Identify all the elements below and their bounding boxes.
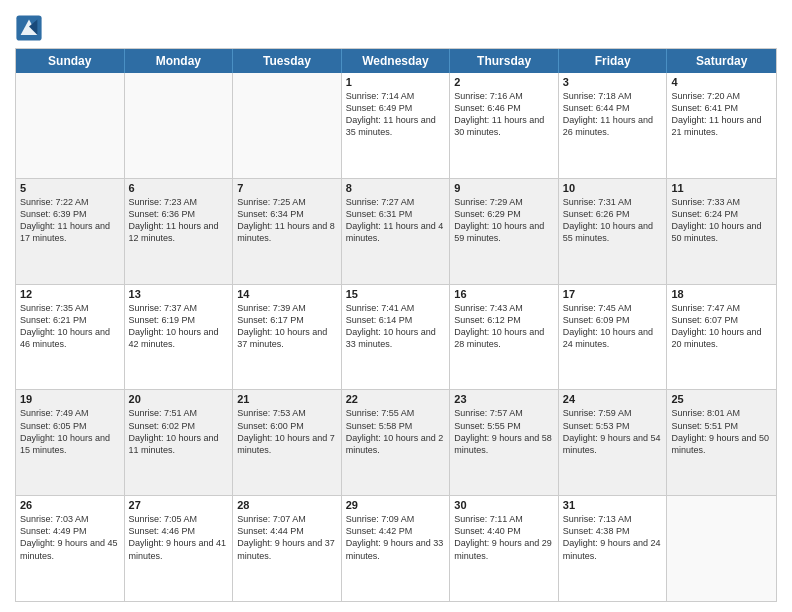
day-info: Sunrise: 7:29 AMSunset: 6:29 PMDaylight:… <box>454 196 554 245</box>
day-number: 30 <box>454 499 554 511</box>
day-number: 11 <box>671 182 772 194</box>
day-cell-11: 11Sunrise: 7:33 AMSunset: 6:24 PMDayligh… <box>667 179 776 284</box>
header-day-tuesday: Tuesday <box>233 49 342 73</box>
day-cell-8: 8Sunrise: 7:27 AMSunset: 6:31 PMDaylight… <box>342 179 451 284</box>
day-number: 18 <box>671 288 772 300</box>
day-number: 5 <box>20 182 120 194</box>
logo <box>15 14 47 42</box>
day-cell-5: 5Sunrise: 7:22 AMSunset: 6:39 PMDaylight… <box>16 179 125 284</box>
day-info: Sunrise: 7:35 AMSunset: 6:21 PMDaylight:… <box>20 302 120 351</box>
day-info: Sunrise: 7:23 AMSunset: 6:36 PMDaylight:… <box>129 196 229 245</box>
day-info: Sunrise: 7:47 AMSunset: 6:07 PMDaylight:… <box>671 302 772 351</box>
empty-cell-0-1 <box>125 73 234 178</box>
day-info: Sunrise: 7:53 AMSunset: 6:00 PMDaylight:… <box>237 407 337 456</box>
empty-cell-0-2 <box>233 73 342 178</box>
day-number: 2 <box>454 76 554 88</box>
day-number: 14 <box>237 288 337 300</box>
day-info: Sunrise: 7:59 AMSunset: 5:53 PMDaylight:… <box>563 407 663 456</box>
day-number: 27 <box>129 499 229 511</box>
day-cell-18: 18Sunrise: 7:47 AMSunset: 6:07 PMDayligh… <box>667 285 776 390</box>
day-info: Sunrise: 7:25 AMSunset: 6:34 PMDaylight:… <box>237 196 337 245</box>
day-cell-6: 6Sunrise: 7:23 AMSunset: 6:36 PMDaylight… <box>125 179 234 284</box>
day-info: Sunrise: 7:20 AMSunset: 6:41 PMDaylight:… <box>671 90 772 139</box>
day-cell-10: 10Sunrise: 7:31 AMSunset: 6:26 PMDayligh… <box>559 179 668 284</box>
calendar-row-1: 5Sunrise: 7:22 AMSunset: 6:39 PMDaylight… <box>16 178 776 284</box>
calendar-body: 1Sunrise: 7:14 AMSunset: 6:49 PMDaylight… <box>16 73 776 601</box>
day-info: Sunrise: 7:33 AMSunset: 6:24 PMDaylight:… <box>671 196 772 245</box>
day-cell-25: 25Sunrise: 8:01 AMSunset: 5:51 PMDayligh… <box>667 390 776 495</box>
day-info: Sunrise: 7:05 AMSunset: 4:46 PMDaylight:… <box>129 513 229 562</box>
page: SundayMondayTuesdayWednesdayThursdayFrid… <box>0 0 792 612</box>
day-info: Sunrise: 7:07 AMSunset: 4:44 PMDaylight:… <box>237 513 337 562</box>
day-info: Sunrise: 7:09 AMSunset: 4:42 PMDaylight:… <box>346 513 446 562</box>
day-cell-4: 4Sunrise: 7:20 AMSunset: 6:41 PMDaylight… <box>667 73 776 178</box>
day-info: Sunrise: 7:31 AMSunset: 6:26 PMDaylight:… <box>563 196 663 245</box>
day-cell-17: 17Sunrise: 7:45 AMSunset: 6:09 PMDayligh… <box>559 285 668 390</box>
day-number: 3 <box>563 76 663 88</box>
day-cell-21: 21Sunrise: 7:53 AMSunset: 6:00 PMDayligh… <box>233 390 342 495</box>
day-cell-23: 23Sunrise: 7:57 AMSunset: 5:55 PMDayligh… <box>450 390 559 495</box>
logo-icon <box>15 14 43 42</box>
day-cell-26: 26Sunrise: 7:03 AMSunset: 4:49 PMDayligh… <box>16 496 125 601</box>
day-number: 21 <box>237 393 337 405</box>
day-cell-28: 28Sunrise: 7:07 AMSunset: 4:44 PMDayligh… <box>233 496 342 601</box>
day-info: Sunrise: 7:49 AMSunset: 6:05 PMDaylight:… <box>20 407 120 456</box>
day-number: 4 <box>671 76 772 88</box>
day-cell-7: 7Sunrise: 7:25 AMSunset: 6:34 PMDaylight… <box>233 179 342 284</box>
day-info: Sunrise: 7:43 AMSunset: 6:12 PMDaylight:… <box>454 302 554 351</box>
day-number: 22 <box>346 393 446 405</box>
day-number: 6 <box>129 182 229 194</box>
day-number: 7 <box>237 182 337 194</box>
calendar-row-3: 19Sunrise: 7:49 AMSunset: 6:05 PMDayligh… <box>16 389 776 495</box>
day-info: Sunrise: 7:13 AMSunset: 4:38 PMDaylight:… <box>563 513 663 562</box>
day-number: 25 <box>671 393 772 405</box>
day-info: Sunrise: 7:11 AMSunset: 4:40 PMDaylight:… <box>454 513 554 562</box>
day-number: 17 <box>563 288 663 300</box>
day-cell-2: 2Sunrise: 7:16 AMSunset: 6:46 PMDaylight… <box>450 73 559 178</box>
day-info: Sunrise: 7:22 AMSunset: 6:39 PMDaylight:… <box>20 196 120 245</box>
day-cell-9: 9Sunrise: 7:29 AMSunset: 6:29 PMDaylight… <box>450 179 559 284</box>
day-number: 9 <box>454 182 554 194</box>
header-day-thursday: Thursday <box>450 49 559 73</box>
day-cell-12: 12Sunrise: 7:35 AMSunset: 6:21 PMDayligh… <box>16 285 125 390</box>
day-info: Sunrise: 7:03 AMSunset: 4:49 PMDaylight:… <box>20 513 120 562</box>
header <box>15 10 777 42</box>
day-cell-14: 14Sunrise: 7:39 AMSunset: 6:17 PMDayligh… <box>233 285 342 390</box>
day-number: 15 <box>346 288 446 300</box>
calendar: SundayMondayTuesdayWednesdayThursdayFrid… <box>15 48 777 602</box>
day-cell-3: 3Sunrise: 7:18 AMSunset: 6:44 PMDaylight… <box>559 73 668 178</box>
calendar-row-2: 12Sunrise: 7:35 AMSunset: 6:21 PMDayligh… <box>16 284 776 390</box>
day-number: 10 <box>563 182 663 194</box>
day-cell-29: 29Sunrise: 7:09 AMSunset: 4:42 PMDayligh… <box>342 496 451 601</box>
day-number: 31 <box>563 499 663 511</box>
day-number: 16 <box>454 288 554 300</box>
day-cell-19: 19Sunrise: 7:49 AMSunset: 6:05 PMDayligh… <box>16 390 125 495</box>
day-info: Sunrise: 7:39 AMSunset: 6:17 PMDaylight:… <box>237 302 337 351</box>
day-cell-15: 15Sunrise: 7:41 AMSunset: 6:14 PMDayligh… <box>342 285 451 390</box>
day-info: Sunrise: 7:37 AMSunset: 6:19 PMDaylight:… <box>129 302 229 351</box>
day-info: Sunrise: 7:55 AMSunset: 5:58 PMDaylight:… <box>346 407 446 456</box>
header-day-sunday: Sunday <box>16 49 125 73</box>
day-cell-27: 27Sunrise: 7:05 AMSunset: 4:46 PMDayligh… <box>125 496 234 601</box>
day-number: 19 <box>20 393 120 405</box>
day-cell-30: 30Sunrise: 7:11 AMSunset: 4:40 PMDayligh… <box>450 496 559 601</box>
day-cell-22: 22Sunrise: 7:55 AMSunset: 5:58 PMDayligh… <box>342 390 451 495</box>
day-number: 28 <box>237 499 337 511</box>
day-number: 20 <box>129 393 229 405</box>
day-info: Sunrise: 7:57 AMSunset: 5:55 PMDaylight:… <box>454 407 554 456</box>
day-info: Sunrise: 7:27 AMSunset: 6:31 PMDaylight:… <box>346 196 446 245</box>
header-day-saturday: Saturday <box>667 49 776 73</box>
day-number: 24 <box>563 393 663 405</box>
day-cell-20: 20Sunrise: 7:51 AMSunset: 6:02 PMDayligh… <box>125 390 234 495</box>
day-number: 8 <box>346 182 446 194</box>
calendar-row-0: 1Sunrise: 7:14 AMSunset: 6:49 PMDaylight… <box>16 73 776 178</box>
day-number: 23 <box>454 393 554 405</box>
calendar-row-4: 26Sunrise: 7:03 AMSunset: 4:49 PMDayligh… <box>16 495 776 601</box>
calendar-header: SundayMondayTuesdayWednesdayThursdayFrid… <box>16 49 776 73</box>
day-cell-31: 31Sunrise: 7:13 AMSunset: 4:38 PMDayligh… <box>559 496 668 601</box>
day-info: Sunrise: 7:41 AMSunset: 6:14 PMDaylight:… <box>346 302 446 351</box>
day-info: Sunrise: 7:45 AMSunset: 6:09 PMDaylight:… <box>563 302 663 351</box>
empty-cell-4-6 <box>667 496 776 601</box>
day-info: Sunrise: 7:14 AMSunset: 6:49 PMDaylight:… <box>346 90 446 139</box>
day-cell-13: 13Sunrise: 7:37 AMSunset: 6:19 PMDayligh… <box>125 285 234 390</box>
